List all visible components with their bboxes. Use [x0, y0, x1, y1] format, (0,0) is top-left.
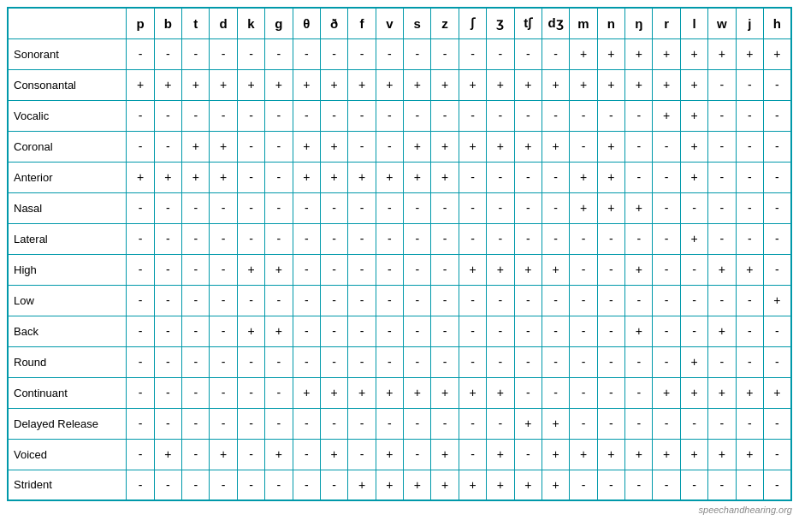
- cell-value: -: [597, 346, 624, 377]
- cell-value: +: [293, 131, 320, 162]
- cell-value: -: [237, 470, 264, 500]
- cell-value: -: [597, 377, 624, 408]
- cell-value: -: [376, 285, 403, 316]
- table-row: Coronal--++--++--++++++-+--+---: [8, 131, 791, 162]
- cell-value: +: [542, 408, 569, 439]
- cell-value: -: [542, 100, 569, 131]
- cell-value: +: [653, 377, 680, 408]
- cell-value: +: [680, 131, 707, 162]
- cell-value: +: [708, 254, 736, 285]
- cell-value: -: [154, 377, 181, 408]
- cell-value: -: [127, 254, 154, 285]
- cell-value: +: [736, 254, 763, 285]
- cell-value: -: [348, 38, 376, 69]
- cell-value: -: [680, 254, 707, 285]
- cell-value: +: [459, 377, 486, 408]
- cell-value: +: [570, 162, 597, 192]
- cell-value: -: [293, 254, 320, 285]
- header-phoneme-ʃ: ʃ: [459, 8, 486, 38]
- cell-value: -: [736, 192, 763, 223]
- cell-value: -: [736, 223, 763, 254]
- cell-value: -: [763, 408, 791, 439]
- cell-value: +: [348, 162, 376, 192]
- cell-value: -: [625, 346, 653, 377]
- cell-value: -: [597, 100, 624, 131]
- cell-value: -: [653, 408, 680, 439]
- header-phoneme-r: r: [653, 8, 680, 38]
- cell-value: +: [182, 69, 210, 100]
- cell-value: -: [514, 439, 542, 470]
- footer-text: speechandhearing.org: [7, 505, 792, 515]
- cell-value: -: [127, 192, 154, 223]
- cell-value: -: [708, 470, 736, 500]
- cell-value: -: [154, 346, 181, 377]
- cell-value: +: [459, 254, 486, 285]
- cell-value: -: [570, 316, 597, 346]
- cell-value: +: [404, 162, 431, 192]
- cell-value: -: [404, 100, 431, 131]
- header-phoneme-w: w: [708, 8, 736, 38]
- cell-value: -: [763, 131, 791, 162]
- cell-value: -: [459, 439, 486, 470]
- header-phoneme-θ: θ: [293, 8, 320, 38]
- cell-value: -: [459, 100, 486, 131]
- cell-value: +: [653, 439, 680, 470]
- phonological-features-table: pbtdkgθðfvszʃʒtʃdʒmnŋrlwjh Sonorant-----…: [7, 7, 792, 501]
- cell-value: -: [376, 223, 403, 254]
- cell-value: +: [680, 162, 707, 192]
- cell-value: -: [182, 377, 210, 408]
- cell-value: +: [736, 38, 763, 69]
- cell-value: +: [376, 377, 403, 408]
- cell-value: -: [127, 439, 154, 470]
- cell-value: -: [404, 408, 431, 439]
- header-phoneme-b: b: [154, 8, 181, 38]
- cell-value: -: [431, 346, 459, 377]
- cell-value: -: [625, 285, 653, 316]
- cell-value: -: [210, 38, 237, 69]
- cell-value: -: [431, 316, 459, 346]
- feature-label-low: Low: [8, 285, 127, 316]
- header-phoneme-v: v: [376, 8, 403, 38]
- cell-value: +: [514, 470, 542, 500]
- cell-value: +: [376, 439, 403, 470]
- cell-value: -: [404, 439, 431, 470]
- cell-value: +: [542, 131, 569, 162]
- cell-value: +: [708, 316, 736, 346]
- cell-value: -: [265, 192, 293, 223]
- cell-value: -: [708, 285, 736, 316]
- cell-value: +: [431, 377, 459, 408]
- cell-value: -: [514, 192, 542, 223]
- cell-value: -: [763, 223, 791, 254]
- table-row: Vocalic-------------------++---: [8, 100, 791, 131]
- cell-value: -: [376, 254, 403, 285]
- cell-value: -: [487, 38, 514, 69]
- cell-value: -: [320, 408, 347, 439]
- cell-value: -: [348, 346, 376, 377]
- cell-value: -: [597, 285, 624, 316]
- cell-value: -: [293, 316, 320, 346]
- cell-value: -: [736, 100, 763, 131]
- cell-value: -: [404, 38, 431, 69]
- cell-value: -: [542, 346, 569, 377]
- cell-value: -: [459, 38, 486, 69]
- table-row: Nasal----------------+++-----: [8, 192, 791, 223]
- cell-value: -: [431, 408, 459, 439]
- cell-value: +: [487, 439, 514, 470]
- cell-value: +: [542, 254, 569, 285]
- cell-value: -: [293, 223, 320, 254]
- cell-value: -: [210, 192, 237, 223]
- cell-value: -: [210, 316, 237, 346]
- cell-value: -: [431, 100, 459, 131]
- cell-value: +: [348, 69, 376, 100]
- cell-value: -: [320, 346, 347, 377]
- cell-value: -: [514, 100, 542, 131]
- cell-value: +: [514, 408, 542, 439]
- table-row: Continuant------++++++++-----+++++: [8, 377, 791, 408]
- cell-value: -: [570, 377, 597, 408]
- cell-value: +: [431, 162, 459, 192]
- feature-label-coronal: Coronal: [8, 131, 127, 162]
- cell-value: -: [653, 316, 680, 346]
- cell-value: -: [293, 285, 320, 316]
- cell-value: -: [763, 439, 791, 470]
- cell-value: +: [625, 192, 653, 223]
